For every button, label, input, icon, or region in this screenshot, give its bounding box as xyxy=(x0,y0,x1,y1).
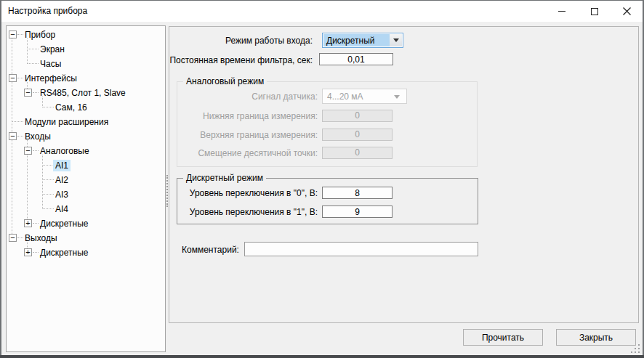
sensor-signal-combobox: 4...20 мА xyxy=(322,89,407,104)
filter-time-input[interactable] xyxy=(319,53,393,65)
tree-item-inputs[interactable]: −Входы xyxy=(7,129,165,144)
close-button[interactable] xyxy=(611,1,643,22)
tree-item-label[interactable]: RS485, Слот 1, Slave xyxy=(38,87,128,99)
expand-icon[interactable]: + xyxy=(24,219,32,227)
close-dialog-button[interactable]: Закрыть xyxy=(556,329,636,346)
collapse-icon[interactable]: − xyxy=(9,234,17,242)
chevron-down-icon xyxy=(393,38,399,42)
maximize-button[interactable] xyxy=(578,1,611,22)
tree-item-expansion-modules[interactable]: Модули расширения xyxy=(7,115,165,129)
combobox-dropdown-button[interactable] xyxy=(390,34,402,46)
lower-limit-field: 0 xyxy=(322,110,393,122)
splitter-grip-icon xyxy=(166,175,168,207)
tree-item-label[interactable]: Дискретные xyxy=(38,218,90,229)
tree-item-ai4[interactable]: AI4 xyxy=(7,202,165,216)
tree-item-label[interactable]: Входы xyxy=(23,131,53,142)
lower-limit-label: Нижняя граница измерения: xyxy=(203,111,318,121)
close-icon xyxy=(623,7,631,15)
window-border xyxy=(0,0,1,358)
tree-item-sam-16[interactable]: Сам, 16 xyxy=(7,100,165,115)
tree-item-discrete-inputs[interactable]: +Дискретные xyxy=(7,216,165,231)
tree-item-rs485-slot1-slave[interactable]: −RS485, Слот 1, Slave xyxy=(7,86,165,100)
level0-input[interactable] xyxy=(322,187,393,199)
tree-connector xyxy=(43,165,54,166)
tree-item-label[interactable]: AI3 xyxy=(53,189,71,200)
decimal-offset-field: 0 xyxy=(322,147,393,159)
collapse-icon[interactable]: − xyxy=(9,74,17,82)
analog-mode-group-title: Аналоговый режим xyxy=(183,76,267,86)
device-tree: −ПриборЭкранЧасы−Интерфейсы−RS485, Слот … xyxy=(6,25,166,352)
collapse-icon[interactable]: − xyxy=(9,132,17,140)
input-mode-label: Режим работы входа: xyxy=(225,36,313,46)
tree-item-outputs[interactable]: −Выходы xyxy=(7,231,165,245)
sensor-signal-value: 4...20 мА xyxy=(327,91,363,102)
collapse-icon[interactable]: − xyxy=(9,30,17,38)
input-mode-selected-value: Дискретный xyxy=(323,34,390,46)
upper-limit-field: 0 xyxy=(322,129,393,141)
tree-item-ai1[interactable]: AI1 xyxy=(7,158,165,173)
window-title: Настройка прибора xyxy=(8,6,87,16)
tree-item-label[interactable]: AI2 xyxy=(53,174,71,186)
sensor-signal-label: Сигнал датчика: xyxy=(251,91,318,102)
device-settings-window: Настройка прибора −ПриборЭкранЧасы−Интер… xyxy=(0,0,644,358)
tree-item-label[interactable]: Часы xyxy=(38,58,63,70)
maximize-icon xyxy=(591,8,598,15)
tree-item-label[interactable]: Аналоговые xyxy=(38,145,92,157)
tree-item-label[interactable]: Модули расширения xyxy=(23,116,110,128)
discrete-mode-group-title: Дискретный режим xyxy=(183,173,266,183)
level1-input[interactable] xyxy=(322,206,393,218)
collapse-icon[interactable]: − xyxy=(24,89,32,97)
level0-label: Уровень переключения в "0", В: xyxy=(190,188,318,198)
tree-item-analog-inputs[interactable]: −Аналоговые xyxy=(7,144,165,158)
tree-item-screen[interactable]: Экран xyxy=(7,42,165,57)
tree-connector xyxy=(28,49,39,49)
tree-item-label[interactable]: Дискретные xyxy=(38,247,90,259)
minimize-icon xyxy=(558,11,565,12)
tree-connector xyxy=(43,107,54,107)
titlebar: Настройка прибора xyxy=(0,0,644,22)
collapse-icon[interactable]: − xyxy=(24,147,32,155)
tree-item-label[interactable]: Экран xyxy=(38,44,67,55)
tree-item-label[interactable]: Прибор xyxy=(23,29,57,41)
tree-item-ai3[interactable]: AI3 xyxy=(7,187,165,202)
tree-connector xyxy=(43,179,54,180)
comment-input[interactable] xyxy=(244,242,478,256)
input-mode-combobox[interactable]: Дискретный xyxy=(322,33,403,48)
expand-icon[interactable]: + xyxy=(24,248,32,256)
tree-item-label[interactable]: AI4 xyxy=(53,203,71,215)
comment-label: Комментарий: xyxy=(182,245,239,255)
tree-connector xyxy=(28,63,39,64)
minimize-button[interactable] xyxy=(545,1,578,22)
tree-item-ai2[interactable]: AI2 xyxy=(7,173,165,187)
window-border xyxy=(0,355,644,358)
tree-item-label[interactable]: Сам, 16 xyxy=(53,102,89,113)
tree-connector xyxy=(12,121,23,122)
chevron-down-icon xyxy=(394,95,400,99)
tree-item-interfaces[interactable]: −Интерфейсы xyxy=(7,71,165,86)
tree-connector xyxy=(43,208,54,209)
read-button[interactable]: Прочитать xyxy=(463,329,543,346)
tree-item-label[interactable]: Интерфейсы xyxy=(23,73,79,84)
decimal-offset-label: Смещение десятичной точки: xyxy=(198,148,318,158)
filter-time-label: Постоянная времени фильтра, сек: xyxy=(169,55,313,65)
tree-item-label[interactable]: Выходы xyxy=(23,232,60,244)
tree-connector xyxy=(43,194,54,195)
tree-item-label[interactable]: AI1 xyxy=(53,160,71,171)
tree-item-device[interactable]: −Прибор xyxy=(7,28,165,42)
resize-grip-icon[interactable] xyxy=(631,344,641,354)
tree-item-discrete-outputs[interactable]: +Дискретные xyxy=(7,245,165,260)
tree-item-clock[interactable]: Часы xyxy=(7,57,165,71)
level1-label: Уровень переключения в "1", В: xyxy=(190,207,318,217)
upper-limit-label: Верхняя граница измерения: xyxy=(200,130,318,140)
